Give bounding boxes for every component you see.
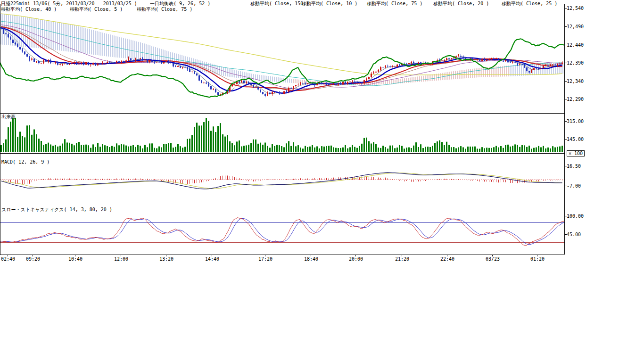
time-axis-label: 03/23	[486, 256, 500, 262]
time-axis-label: 02:40	[1, 256, 15, 262]
legend-item: 移動平均( Close, 40 )	[1, 7, 57, 12]
legend-item: 日経225mini 13/06( 5分, 2013/03/20 - 2013/0…	[1, 1, 137, 6]
time-axis-label: 13:20	[159, 256, 173, 262]
chart-application-window: 日経225mini 13/06( 5分, 2013/03/20 - 2013/0…	[0, 0, 644, 362]
volume-axis-label: 145.00	[567, 137, 584, 142]
legend-item: 移動平均( Close, 75 )	[367, 1, 422, 6]
stoch-axis-label: 45.00	[567, 232, 581, 237]
volume-axis-label: 315.00	[567, 119, 584, 124]
legend-item: 移動平均( Close, 10 )	[302, 1, 357, 6]
legend-item: 移動平均( Close, 5 )	[70, 7, 123, 12]
macd-panel-title: MACD( 12, 26, 9 )	[1, 159, 50, 165]
legend-item: 一目均衡表( 9, 26, 52 )	[150, 1, 210, 6]
price-axis-label: 12,290	[567, 97, 584, 102]
price-axis-label: 12,440	[567, 42, 584, 48]
price-axis-label: 12,540	[567, 6, 584, 11]
legend-item: 移動平均( Close, 75 )	[137, 7, 192, 12]
time-axis-label: 21:20	[395, 256, 409, 262]
volume-panel-title: 出来高	[1, 114, 16, 119]
price-axis-label: 12,390	[567, 60, 584, 66]
macd-axis-label: 16.50	[567, 164, 581, 169]
time-axis-label: 09:20	[26, 256, 40, 262]
time-axis-label: 20:00	[349, 256, 363, 262]
time-axis-label: 14:40	[205, 256, 219, 262]
volume-multiplier-badge: × 100	[567, 150, 585, 156]
time-axis-label: 12:00	[114, 256, 128, 262]
time-axis-label: 18:40	[304, 256, 318, 262]
macd-axis-label: -7.00	[567, 183, 581, 189]
stoch-axis-label: 100.00	[567, 214, 584, 219]
legend-item: 移動平均( Close, 150 )	[250, 1, 309, 6]
legend-item: 移動平均( Close, 25 )	[502, 1, 557, 6]
chart-canvas[interactable]	[0, 0, 644, 362]
price-axis-label: 12,340	[567, 79, 584, 84]
time-axis-label: 22:40	[440, 256, 454, 262]
stochastics-panel-title: スロー・ストキャスティクス( 14, 3, 80, 20 )	[1, 207, 112, 212]
time-axis-label: 10:40	[68, 256, 83, 262]
price-axis-label: 12,490	[567, 24, 584, 29]
time-axis-label: 01:20	[530, 256, 545, 262]
legend-item: 移動平均( Close, 20 )	[433, 1, 489, 6]
time-axis-label: 17:20	[258, 256, 272, 262]
